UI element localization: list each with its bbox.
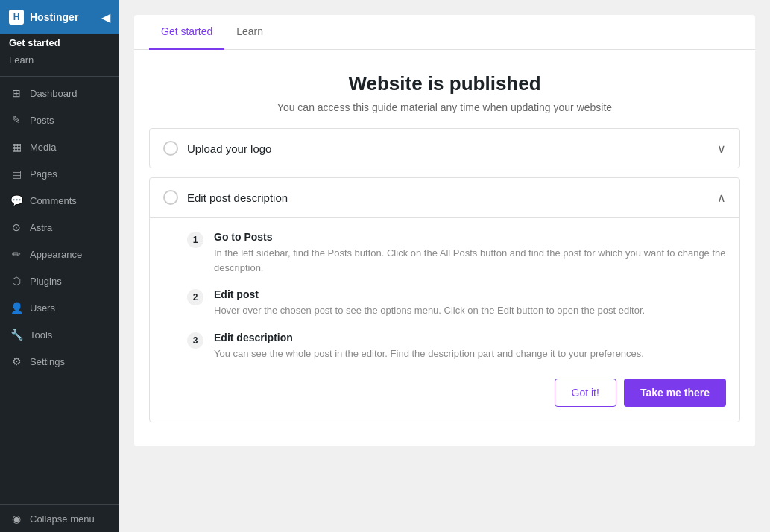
sidebar-get-started-label: Get started [0,34,119,51]
sidebar-item-label-settings: Settings [30,356,65,367]
brand-name: Hostinger [30,11,78,23]
sidebar-item-label-comments: Comments [30,195,77,206]
sidebar-learn-label: Learn [0,51,119,73]
collapse-menu-button[interactable]: ◉ Collapse menu [0,504,119,532]
brand-logo: H [9,10,24,25]
appearance-icon: ✏ [9,247,24,262]
sidebar-item-label-plugins: Plugins [30,276,62,287]
step-3-description: You can see the whole post in the editor… [214,346,644,361]
hero-section: Website is published You can access this… [149,50,740,128]
sidebar-item-label-dashboard: Dashboard [30,88,78,99]
accordion-upload-logo-circle [163,141,178,156]
step-1-title: Go to Posts [214,231,726,243]
chevron-up-icon: ∧ [717,191,726,205]
sidebar-item-users[interactable]: 👤 Users [0,294,119,321]
step-2-description: Hover over the chosen post to see the op… [214,303,645,318]
buttons-row: Got it! Take me there [187,379,726,407]
accordion-edit-post-description-header[interactable]: Edit post description ∧ [150,178,739,217]
media-icon: ▦ [9,139,24,154]
step-3: 3 Edit description You can see the whole… [187,332,726,361]
accordion-edit-post-description-body: 1 Go to Posts In the left sidebar, find … [150,217,739,422]
hero-title: Website is published [164,72,725,95]
main-content: Get started Learn Website is published Y… [119,0,770,532]
chevron-down-icon: ∨ [717,142,726,156]
tab-get-started[interactable]: Get started [149,15,224,50]
sidebar-item-label-users: Users [30,303,55,314]
step-1-content: Go to Posts In the left sidebar, find th… [214,231,726,275]
sidebar-arrow-icon: ◀ [101,10,110,25]
sidebar-item-posts[interactable]: ✎ Posts [0,107,119,133]
step-1-description: In the left sidebar, find the Posts butt… [214,246,726,275]
users-icon: 👤 [9,300,24,315]
step-2-number: 2 [187,289,203,305]
sidebar-item-comments[interactable]: 💬 Comments [0,187,119,214]
plugins-icon: ⬡ [9,273,24,288]
sidebar-item-settings[interactable]: ⚙ Settings [0,348,119,375]
step-3-number: 3 [187,332,203,349]
accordion-upload-logo-title: Upload your logo [187,142,708,155]
collapse-icon: ◉ [9,511,24,526]
astra-icon: ⊙ [9,220,24,235]
sidebar-item-plugins[interactable]: ⬡ Plugins [0,267,119,294]
sidebar-header[interactable]: H Hostinger ◀ [0,0,119,34]
take-me-there-button[interactable]: Take me there [624,379,726,407]
posts-icon: ✎ [9,113,24,127]
settings-icon: ⚙ [9,354,24,369]
sidebar-item-label-appearance: Appearance [30,249,82,260]
content-card: Website is published You can access this… [134,50,755,446]
step-2: 2 Edit post Hover over the chosen post t… [187,288,726,318]
hero-subtitle: You can access this guide material any t… [164,101,725,113]
sidebar-item-media[interactable]: ▦ Media [0,133,119,160]
sidebar-item-appearance[interactable]: ✏ Appearance [0,241,119,267]
sidebar-item-dashboard[interactable]: ⊞ Dashboard [0,80,119,107]
step-1: 1 Go to Posts In the left sidebar, find … [187,231,726,275]
dashboard-icon: ⊞ [9,86,24,101]
accordion-edit-post-description: Edit post description ∧ 1 Go to Posts In… [149,177,740,422]
sidebar-item-label-posts: Posts [30,115,54,126]
accordion-upload-logo-header[interactable]: Upload your logo ∨ [150,129,739,168]
sidebar-item-label-media: Media [30,142,56,153]
accordion-edit-post-description-title: Edit post description [187,191,708,204]
sidebar-item-tools[interactable]: 🔧 Tools [0,321,119,348]
sidebar-item-astra[interactable]: ⊙ Astra [0,214,119,241]
step-3-content: Edit description You can see the whole p… [214,332,644,361]
sidebar-item-label-astra: Astra [30,222,52,233]
tools-icon: 🔧 [9,327,24,342]
tab-bar: Get started Learn [134,15,755,50]
tab-learn[interactable]: Learn [224,15,275,50]
collapse-menu-label: Collapse menu [30,513,95,525]
sidebar-item-label-pages: Pages [30,168,57,180]
accordion-upload-logo: Upload your logo ∨ [149,128,740,168]
sidebar-divider [0,76,119,77]
sidebar-item-pages[interactable]: ▤ Pages [0,160,119,187]
accordion-edit-post-description-circle [163,190,178,205]
got-it-button[interactable]: Got it! [555,379,616,407]
pages-icon: ▤ [9,166,24,181]
comments-icon: 💬 [9,193,24,208]
step-1-number: 1 [187,232,203,248]
step-2-title: Edit post [214,288,645,300]
step-3-title: Edit description [214,332,644,343]
step-2-content: Edit post Hover over the chosen post to … [214,288,645,318]
sidebar: H Hostinger ◀ Get started Learn ⊞ Dashbo… [0,0,119,532]
sidebar-item-label-tools: Tools [30,329,52,341]
